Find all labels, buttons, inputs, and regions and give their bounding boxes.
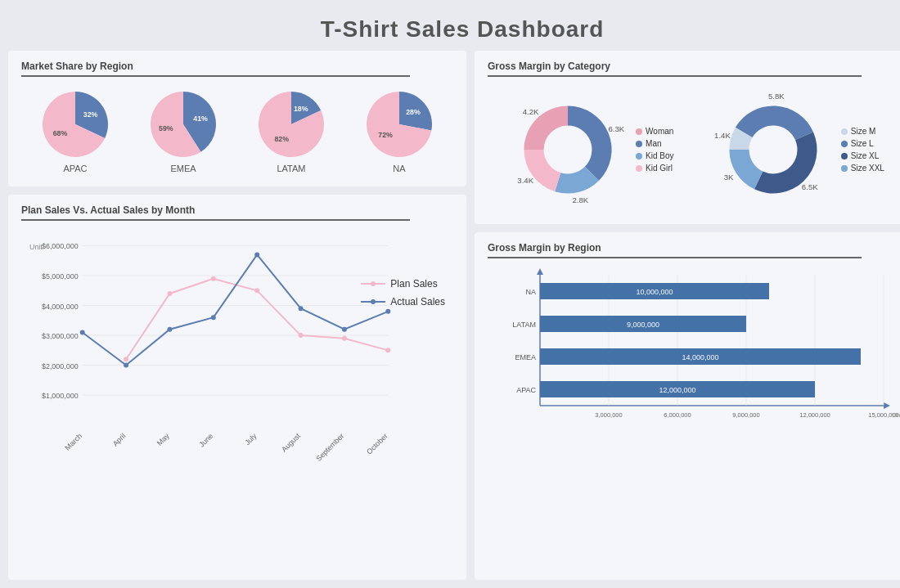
- gross-margin-region-card: Gross Margin by Region 3,000,0006,000,00…: [475, 232, 900, 580]
- svg-marker-58: [884, 402, 890, 409]
- legend-dot: [841, 128, 848, 135]
- donut-item: 1.4K5.8K6.5K3KSize MSize LSize XLSize XX…: [712, 88, 884, 211]
- gross-margin-category-title: Gross Margin by Category: [488, 61, 900, 72]
- donut-legend: WomanManKid BoyKid Girl: [636, 127, 673, 173]
- plan-vs-actual-card: Plan Sales Vs. Actual Sales by Month $1,…: [8, 195, 466, 580]
- pie-region-label: APAC: [63, 164, 87, 173]
- svg-point-39: [211, 315, 216, 320]
- actual-sales-label: Actual Sales: [390, 296, 445, 307]
- market-share-card: Market Share by Region 32%68%APAC41%59%E…: [8, 51, 466, 186]
- svg-text:72%: 72%: [378, 131, 393, 139]
- plan-sales-legend: Plan Sales: [361, 278, 445, 290]
- legend-label: Size L: [851, 139, 874, 148]
- svg-text:$1,000,000: $1,000,000: [42, 392, 79, 400]
- legend-item: Kid Girl: [636, 164, 673, 173]
- svg-text:Unit: Unit: [29, 243, 43, 251]
- svg-text:3.4K: 3.4K: [517, 176, 533, 185]
- svg-text:$3,000,000: $3,000,000: [42, 332, 79, 340]
- svg-text:10,000,000: 10,000,000: [636, 288, 673, 296]
- line-chart-svg: $1,000,000$2,000,000$3,000,000$4,000,000…: [21, 229, 453, 474]
- svg-point-34: [342, 336, 347, 341]
- svg-point-30: [167, 291, 172, 296]
- svg-text:14,000,000: 14,000,000: [682, 353, 718, 361]
- legend-dot: [841, 153, 848, 159]
- bar-chart-container: 3,000,0006,000,0009,000,00012,000,00015,…: [488, 267, 900, 447]
- legend-label: Kid Boy: [646, 151, 673, 160]
- pie-item-latam: 18%82%LATAM: [259, 92, 324, 173]
- left-column: Market Share by Region 32%68%APAC41%59%E…: [8, 51, 466, 580]
- legend-dot: [636, 165, 642, 172]
- svg-text:6,000,000: 6,000,000: [664, 411, 691, 419]
- svg-text:9,000,000: 9,000,000: [627, 321, 659, 329]
- svg-point-36: [80, 330, 85, 334]
- svg-text:EMEA: EMEA: [515, 353, 536, 361]
- svg-text:$2,000,000: $2,000,000: [42, 362, 79, 370]
- pie-row: 32%68%APAC41%59%EMEA18%82%LATAM28%72%NA: [21, 85, 453, 177]
- svg-text:April: April: [111, 432, 128, 448]
- svg-text:$4,000,000: $4,000,000: [42, 303, 79, 311]
- svg-text:2.8K: 2.8K: [573, 195, 589, 204]
- svg-text:12,000,000: 12,000,000: [799, 411, 830, 419]
- svg-text:5.8K: 5.8K: [768, 92, 785, 101]
- svg-text:28%: 28%: [406, 108, 421, 116]
- svg-text:March: March: [63, 432, 83, 452]
- actual-sales-legend: Actual Sales: [361, 296, 445, 307]
- svg-point-37: [124, 363, 128, 368]
- svg-text:32%: 32%: [83, 110, 98, 119]
- svg-point-35: [385, 348, 390, 352]
- legend-label: Woman: [646, 127, 673, 136]
- svg-point-43: [385, 309, 390, 314]
- svg-text:$5,000,000: $5,000,000: [42, 272, 79, 281]
- dashboard-title-area: T-Shirt Sales Dashboard: [8, 8, 900, 43]
- svg-text:6.3K: 6.3K: [609, 124, 625, 133]
- donut-item: 4.2K6.3K2.8K3.4KWomanManKid BoyKid Girl: [506, 88, 673, 211]
- svg-text:12,000,000: 12,000,000: [659, 386, 695, 394]
- legend-dot: [636, 128, 642, 135]
- svg-point-41: [299, 306, 304, 311]
- svg-text:October: October: [365, 432, 389, 456]
- pie-region-label: NA: [393, 164, 405, 173]
- svg-text:$6,000,000: $6,000,000: [42, 242, 79, 250]
- svg-text:6.5K: 6.5K: [802, 182, 818, 191]
- market-share-title: Market Share by Region: [21, 61, 453, 72]
- svg-text:18%: 18%: [294, 105, 308, 113]
- legend-dot: [841, 165, 848, 172]
- legend-dot: [636, 153, 642, 159]
- plan-sales-label: Plan Sales: [390, 278, 437, 290]
- svg-text:LATAM: LATAM: [512, 321, 536, 329]
- legend-label: Size XL: [851, 151, 879, 160]
- svg-point-29: [124, 357, 128, 361]
- legend-item: Woman: [636, 127, 673, 136]
- svg-text:82%: 82%: [274, 135, 289, 143]
- svg-text:July: July: [243, 432, 259, 447]
- legend-dot: [841, 141, 848, 147]
- svg-text:3,000,000: 3,000,000: [595, 411, 622, 419]
- svg-text:June: June: [197, 432, 214, 449]
- legend-item: Size XXL: [841, 164, 884, 173]
- legend-label: Size XXL: [851, 164, 884, 173]
- svg-text:59%: 59%: [159, 124, 173, 132]
- gross-margin-category-card: Gross Margin by Category 4.2K6.3K2.8K3.4…: [475, 51, 900, 224]
- gross-margin-region-title: Gross Margin by Region: [488, 242, 900, 254]
- right-column: Gross Margin by Category 4.2K6.3K2.8K3.4…: [475, 51, 900, 580]
- svg-text:3K: 3K: [723, 173, 733, 182]
- svg-text:May: May: [155, 432, 171, 447]
- svg-text:9,000,000: 9,000,000: [732, 411, 759, 419]
- svg-text:1.4K: 1.4K: [714, 131, 731, 140]
- legend-item: Kid Boy: [636, 151, 673, 160]
- svg-point-31: [211, 276, 216, 281]
- svg-point-33: [299, 333, 304, 338]
- svg-point-40: [254, 252, 259, 257]
- legend-label: Kid Girl: [646, 164, 673, 173]
- donut-legend: Size MSize LSize XLSize XXL: [841, 127, 884, 173]
- svg-text:4.2K: 4.2K: [523, 107, 539, 116]
- svg-text:APAC: APAC: [516, 386, 536, 394]
- svg-text:41%: 41%: [193, 114, 208, 123]
- svg-marker-59: [537, 268, 543, 275]
- pie-region-label: EMEA: [170, 164, 196, 173]
- legend-label: Size M: [851, 127, 876, 136]
- donut-row: 4.2K6.3K2.8K3.4KWomanManKid BoyKid Girl1…: [488, 85, 900, 214]
- svg-text:68%: 68%: [53, 129, 68, 137]
- legend-item: Size M: [841, 127, 884, 136]
- pie-item-na: 28%72%NA: [367, 92, 432, 173]
